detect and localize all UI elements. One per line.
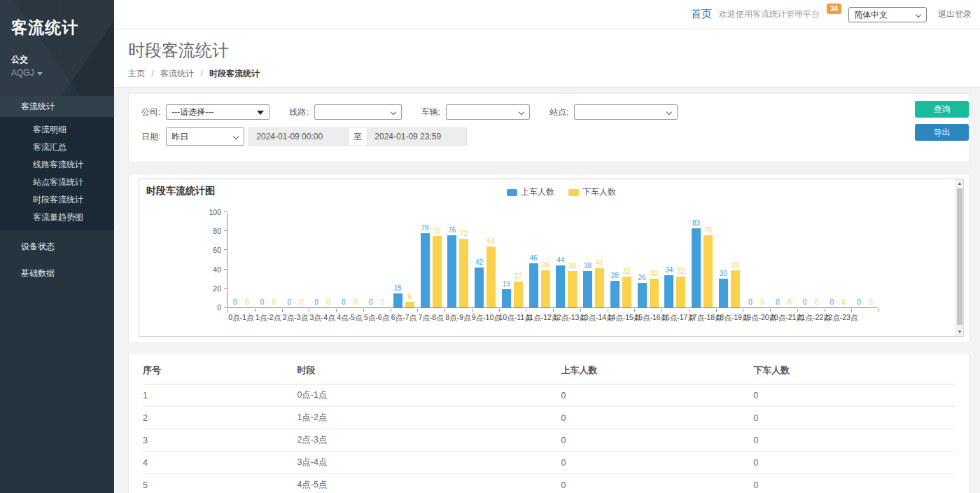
- table-panel: 序号 时段 上车人数 下车人数 10点-1点0021点-2点0032点-3点00…: [128, 353, 969, 493]
- x-tick-mark: [634, 309, 635, 312]
- sidebar-subitem[interactable]: 客流明细: [0, 121, 114, 139]
- bar-boarding[interactable]: [583, 271, 592, 307]
- sidebar-subitem[interactable]: 站点客流统计: [0, 174, 114, 191]
- bar-value-label: 72: [456, 230, 472, 237]
- sidebar-subitem[interactable]: 客流汇总: [0, 139, 114, 156]
- bar-alighting[interactable]: [704, 235, 713, 307]
- table-row[interactable]: 10点-1点00: [143, 384, 955, 407]
- chart-bars: 0000000000001567875767242641927463944383…: [227, 212, 878, 307]
- bar-value-label: 42: [472, 258, 487, 266]
- scroll-up-icon[interactable]: ▲: [956, 179, 963, 188]
- bar-boarding[interactable]: [421, 233, 430, 307]
- bar-alighting[interactable]: [650, 279, 659, 307]
- category-group: 2630: [634, 212, 662, 307]
- bar-boarding[interactable]: [475, 268, 484, 307]
- y-tick-label: 20: [202, 284, 221, 293]
- x-tick-mark: [716, 309, 717, 312]
- bar-alighting[interactable]: [595, 268, 604, 307]
- table-row[interactable]: 32点-3点00: [143, 429, 955, 452]
- bar-alighting[interactable]: [731, 270, 740, 307]
- org-code-dropdown[interactable]: AQGJ: [0, 66, 114, 78]
- home-link[interactable]: 首页: [691, 8, 712, 21]
- chart-scrollbar[interactable]: ▲ ▼: [955, 179, 963, 336]
- chart-plot: 0000000000001567875767242641927463944383…: [227, 213, 878, 308]
- x-tick-mark: [553, 309, 554, 312]
- bar-boarding[interactable]: [447, 235, 456, 307]
- sidebar-subitem[interactable]: 时段客流统计: [0, 191, 114, 209]
- filter-buttons: 查询 导出: [915, 101, 969, 141]
- bar-value-label: 32: [673, 268, 689, 275]
- bar-value-label: 32: [619, 268, 634, 275]
- bar-boarding[interactable]: [719, 279, 728, 307]
- logout-link[interactable]: 退出登录: [938, 8, 972, 20]
- x-tick-label: 5点-6点: [363, 313, 391, 323]
- table-row[interactable]: 43点-4点00: [143, 452, 955, 474]
- legend-item[interactable]: 下车人数: [568, 186, 616, 198]
- category-group: 8376: [689, 212, 716, 307]
- export-button[interactable]: 导出: [915, 124, 969, 141]
- bar-alighting[interactable]: [459, 239, 468, 307]
- title-section: 时段客流统计 主页 / 客流统计 / 时段客流统计: [114, 29, 980, 88]
- bar-alighting[interactable]: [568, 271, 577, 307]
- x-tick-label: 17点-18点: [689, 313, 716, 323]
- bar-alighting[interactable]: [514, 282, 523, 307]
- table-row[interactable]: 21点-2点00: [143, 407, 955, 429]
- bar-boarding[interactable]: [692, 228, 701, 307]
- legend-swatch: [568, 189, 579, 196]
- bar-alighting[interactable]: [622, 277, 631, 307]
- x-tick-mark: [363, 309, 364, 312]
- table-cell: 0: [753, 407, 955, 429]
- bar-value-label: 30: [715, 270, 731, 277]
- sidebar-item-base-data[interactable]: 基础数据: [0, 263, 114, 284]
- chevron-down-icon: [666, 109, 672, 115]
- station-select[interactable]: [574, 104, 678, 120]
- company-select[interactable]: ---请选择---: [166, 104, 270, 120]
- sidebar-item-device-status[interactable]: 设备状态: [0, 236, 114, 257]
- bar-value-label: 38: [565, 262, 580, 270]
- breadcrumb-home[interactable]: 主页: [128, 69, 145, 78]
- bar-boarding[interactable]: [502, 289, 511, 307]
- org-code-label: AQGJ: [11, 68, 34, 78]
- bar-boarding[interactable]: [393, 293, 402, 307]
- filter-row-2: 日期: 昨日 2024-01-09 00:00 至 2024-01-09 23:…: [141, 127, 899, 146]
- welcome-text: 欢迎使用客流统计管理平台: [719, 8, 820, 20]
- table-cell: 0: [561, 384, 753, 407]
- table-row[interactable]: 54点-5点00: [143, 474, 955, 493]
- date-from-input[interactable]: 2024-01-09 00:00: [248, 127, 349, 146]
- sidebar-submenu: 客流明细客流汇总线路客流统计站点客流统计时段客流统计客流量趋势图: [0, 117, 114, 230]
- bar-value-label: 0: [321, 298, 336, 306]
- sidebar-subitem[interactable]: 线路客流统计: [0, 156, 114, 174]
- language-select[interactable]: 简体中文: [848, 7, 927, 22]
- bar-boarding[interactable]: [664, 275, 673, 307]
- bar-value-label: 27: [510, 272, 526, 280]
- bar-value-label: 19: [498, 280, 514, 288]
- scroll-down-icon[interactable]: ▼: [956, 328, 963, 336]
- breadcrumb: 主页 / 客流统计 / 时段客流统计: [128, 68, 980, 80]
- bar-boarding[interactable]: [638, 283, 647, 307]
- sidebar-subitem[interactable]: 客流量趋势图: [0, 209, 114, 226]
- bar-boarding[interactable]: [529, 263, 538, 307]
- legend-swatch: [507, 189, 517, 196]
- bar-value-label: 30: [646, 270, 662, 277]
- x-tick-label: 21点-22点: [797, 313, 825, 323]
- vehicle-select[interactable]: [446, 104, 530, 120]
- scrollbar-thumb[interactable]: [957, 188, 962, 325]
- notification-badge[interactable]: 34: [827, 4, 841, 14]
- sidebar-item-passenger-stats[interactable]: 客流统计: [0, 96, 114, 117]
- date-preset-select[interactable]: 昨日: [166, 127, 244, 146]
- legend-item[interactable]: 上车人数: [507, 186, 554, 198]
- bar-alighting[interactable]: [433, 236, 442, 307]
- category-group: 00: [797, 212, 825, 307]
- breadcrumb-parent[interactable]: 客流统计: [160, 69, 194, 78]
- query-button[interactable]: 查询: [915, 101, 969, 118]
- date-to-input[interactable]: 2024-01-09 23:59: [367, 127, 467, 146]
- line-select[interactable]: [314, 104, 402, 120]
- bar-boarding[interactable]: [556, 265, 565, 307]
- bar-alighting[interactable]: [676, 277, 685, 307]
- bar-boarding[interactable]: [610, 281, 620, 307]
- bar-alighting[interactable]: [541, 270, 550, 307]
- category-group: 4264: [472, 212, 499, 307]
- bar-alighting[interactable]: [405, 302, 414, 307]
- x-tick-label: 4点-5点: [336, 313, 363, 323]
- bar-alighting[interactable]: [486, 246, 496, 307]
